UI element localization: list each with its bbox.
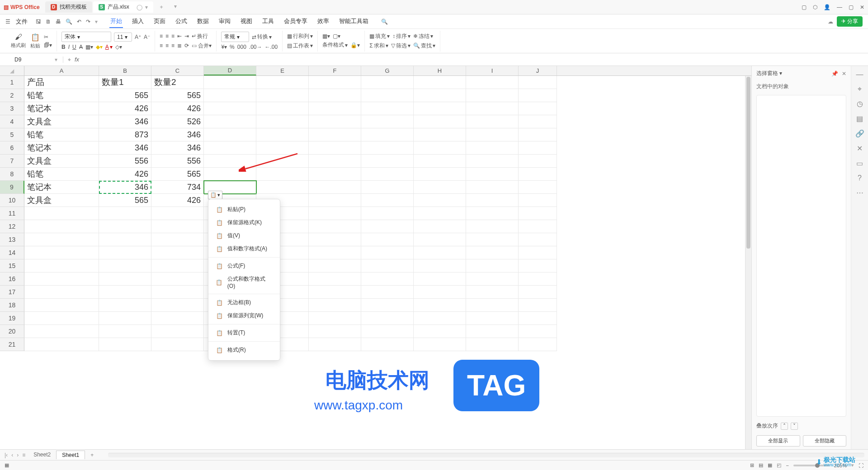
cell[interactable]	[414, 220, 466, 233]
row-header[interactable]: 8	[0, 168, 24, 181]
cell[interactable]	[256, 76, 309, 89]
cell[interactable]	[256, 141, 309, 155]
ribbon-tab[interactable]: 智能工具箱	[338, 15, 369, 28]
column-header[interactable]: E	[256, 66, 309, 75]
cell[interactable]: 346	[99, 181, 151, 194]
italic-button[interactable]: I	[68, 44, 70, 50]
number-format-select[interactable]: 常规▾	[221, 32, 249, 42]
tools-icon[interactable]: ✕	[857, 144, 863, 153]
move-up-button[interactable]: ˄	[781, 423, 788, 430]
cell[interactable]	[466, 246, 519, 259]
link-icon[interactable]: 🔗	[855, 129, 864, 138]
copy-button[interactable]: 🗐▾	[44, 42, 52, 48]
cell[interactable]	[414, 141, 466, 155]
minimize-button[interactable]: —	[837, 4, 842, 10]
title-tab-file[interactable]: S 产品.xlsx ◯ ▾	[93, 1, 153, 13]
cell[interactable]	[466, 220, 519, 233]
paste-button[interactable]: 📋粘贴	[29, 33, 41, 49]
row-header[interactable]: 11	[0, 207, 24, 220]
row-header[interactable]: 6	[0, 141, 24, 155]
context-menu-item[interactable]: 📋保留源格式(K)	[208, 216, 280, 229]
cell[interactable]	[414, 246, 466, 259]
cell[interactable]	[466, 273, 519, 286]
zoom-out-button[interactable]: −	[786, 463, 788, 468]
column-header[interactable]: I	[466, 66, 519, 75]
cell[interactable]	[466, 141, 519, 155]
cell[interactable]	[309, 246, 361, 259]
print-icon[interactable]: 🖶	[56, 19, 61, 25]
book-icon[interactable]: ▭	[856, 159, 863, 168]
cell[interactable]	[414, 299, 466, 312]
cell[interactable]: 565	[99, 89, 151, 102]
cell[interactable]	[24, 273, 99, 286]
context-menu-item[interactable]: 📋粘贴(P)	[208, 203, 280, 216]
cell[interactable]	[466, 76, 519, 89]
more-icon[interactable]: ⋯	[856, 188, 863, 197]
cell[interactable]	[466, 194, 519, 207]
cell[interactable]	[151, 259, 204, 273]
cell[interactable]	[99, 220, 151, 233]
fill-button[interactable]: ▦ 填充▾	[369, 33, 390, 40]
cell[interactable]	[414, 128, 466, 141]
cell[interactable]	[151, 286, 204, 299]
cell[interactable]	[466, 299, 519, 312]
fill-color-button[interactable]: ◆▾	[96, 44, 103, 50]
dec-inc-button[interactable]: .00→	[249, 44, 262, 50]
font-size-select[interactable]: 11▾	[114, 33, 132, 42]
row-header[interactable]: 13	[0, 233, 24, 246]
row-header[interactable]: 12	[0, 220, 24, 233]
cell[interactable]: 产品	[24, 76, 99, 89]
cell[interactable]	[99, 325, 151, 338]
cell[interactable]	[99, 207, 151, 220]
column-header[interactable]: D	[204, 66, 256, 75]
row-header[interactable]: 20	[0, 325, 24, 338]
cell[interactable]	[151, 325, 204, 338]
select-icon[interactable]: ⌖	[858, 85, 862, 93]
share-button[interactable]: ✈ 分享	[837, 16, 863, 27]
cell[interactable]	[466, 181, 519, 194]
align-middle-button[interactable]: ≡	[165, 33, 169, 39]
formula-input[interactable]	[83, 56, 535, 63]
cell[interactable]	[519, 259, 557, 273]
cell[interactable]	[204, 155, 256, 168]
cell[interactable]	[414, 89, 466, 102]
ribbon-tab[interactable]: 效率	[316, 15, 330, 28]
zoom-slider[interactable]	[793, 465, 830, 466]
tab-menu-icon[interactable]: ◯	[137, 4, 142, 10]
grid-icon[interactable]: ▢	[802, 4, 807, 10]
ribbon-tab[interactable]: 数据	[196, 15, 210, 28]
find-button[interactable]: 🔍 查找▾	[413, 42, 435, 50]
cell[interactable]	[361, 299, 414, 312]
cell[interactable]	[99, 338, 151, 351]
underline-button[interactable]: U	[72, 44, 76, 50]
cell[interactable]: 铅笔	[24, 128, 99, 141]
cell[interactable]	[361, 115, 414, 128]
cell[interactable]	[99, 233, 151, 246]
bold-button[interactable]: B	[61, 44, 66, 50]
close-panel-icon[interactable]: ✕	[842, 70, 846, 77]
context-menu-item[interactable]: 📋格式(R)	[208, 343, 280, 357]
cell[interactable]	[519, 89, 557, 102]
cell[interactable]: 346	[151, 128, 204, 141]
cell[interactable]: 556	[99, 155, 151, 168]
cell[interactable]	[519, 273, 557, 286]
cell[interactable]	[24, 338, 99, 351]
cell[interactable]	[151, 233, 204, 246]
export-icon[interactable]: 🗎	[46, 19, 51, 25]
merge-button[interactable]: ▭ 合并▾	[192, 42, 212, 50]
column-header[interactable]: F	[309, 66, 361, 75]
percent-button[interactable]: %	[230, 44, 235, 50]
cell[interactable]	[519, 155, 557, 168]
move-down-button[interactable]: ˅	[791, 423, 798, 430]
cell[interactable]	[256, 89, 309, 102]
cell[interactable]	[24, 233, 99, 246]
cell[interactable]	[99, 259, 151, 273]
cell[interactable]	[309, 325, 361, 338]
cell[interactable]	[309, 89, 361, 102]
ribbon-tab[interactable]: 视图	[240, 15, 253, 28]
cell[interactable]	[466, 89, 519, 102]
cell[interactable]	[414, 273, 466, 286]
cell[interactable]	[256, 102, 309, 115]
close-button[interactable]: ✕	[860, 4, 864, 10]
cloud-icon[interactable]: ☁	[828, 19, 833, 25]
